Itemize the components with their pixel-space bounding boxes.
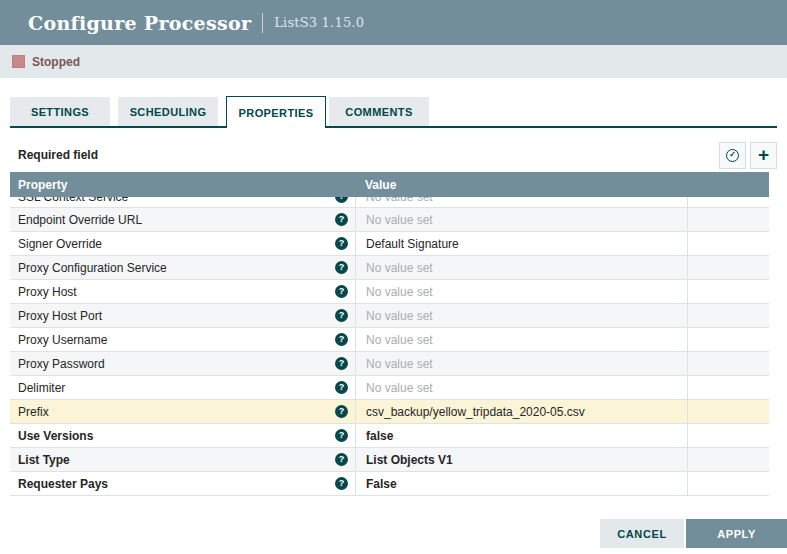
table-row[interactable]: SSL Context Service ? No value set [10,197,769,208]
column-header-actions [687,172,769,197]
status-label: Stopped [32,55,80,69]
property-name-cell: Requester Pays ? [10,472,355,495]
property-value: No value set [366,333,433,347]
property-name: Signer Override [18,237,335,251]
row-action-cell [687,232,769,255]
help-icon[interactable]: ? [335,381,348,394]
property-name-cell: List Type ? [10,448,355,471]
property-value-cell[interactable]: No value set [355,197,687,208]
column-header-property: Property [10,172,355,197]
property-value-cell[interactable]: Default Signature [355,232,687,255]
property-name: Endpoint Override URL [18,213,335,227]
configure-processor-dialog: Configure Processor ListS3 1.15.0 Stoppe… [0,0,787,554]
property-value: No value set [366,357,433,371]
property-name-cell: Use Versions ? [10,424,355,447]
table-row[interactable]: Prefix ? csv_backup/yellow_tripdata_2020… [10,400,769,424]
row-action-cell [687,197,769,208]
column-header-value: Value [355,172,687,197]
dialog-tabs: SETTINGS SCHEDULING PROPERTIES COMMENTS [10,97,777,128]
property-name: Delimiter [18,381,335,395]
help-icon[interactable]: ? [335,261,348,274]
help-icon[interactable]: ? [335,237,348,250]
title-separator [262,13,263,33]
table-row[interactable]: Signer Override ? Default Signature [10,232,769,256]
table-row[interactable]: Use Versions ? false [10,424,769,448]
property-name-cell: Delimiter ? [10,376,355,399]
property-value-cell[interactable]: No value set [355,376,687,399]
table-row[interactable]: Proxy Host ? No value set [10,280,769,304]
table-row[interactable]: Proxy Host Port ? No value set [10,304,769,328]
property-value-cell[interactable]: No value set [355,256,687,279]
add-property-button[interactable]: + [750,142,777,169]
property-value: csv_backup/yellow_tripdata_2020-05.csv [366,405,585,419]
table-row[interactable]: Requester Pays ? False [10,472,769,496]
property-value-cell[interactable]: No value set [355,328,687,351]
plus-icon: + [758,145,769,164]
property-value-cell[interactable]: No value set [355,352,687,375]
table-row[interactable]: List Type ? List Objects V1 [10,448,769,472]
help-icon[interactable]: ? [335,333,348,346]
property-name: Proxy Password [18,357,335,371]
property-name: Proxy Username [18,333,335,347]
property-value: No value set [366,309,433,323]
row-action-cell [687,328,769,351]
help-icon[interactable]: ? [335,357,348,370]
property-value-cell[interactable]: List Objects V1 [355,448,687,471]
cancel-button[interactable]: CANCEL [600,519,684,548]
row-action-cell [687,400,769,423]
property-name: Proxy Configuration Service [18,261,335,275]
property-name-cell: Endpoint Override URL ? [10,208,355,231]
help-icon[interactable]: ? [335,285,348,298]
help-icon[interactable]: ? [335,309,348,322]
row-action-cell [687,304,769,327]
dialog-title: Configure Processor [28,12,251,34]
properties-table: Property Value SSL Context Service ? No … [10,172,769,496]
property-value-cell[interactable]: No value set [355,304,687,327]
tab-properties[interactable]: PROPERTIES [226,96,326,128]
table-row[interactable]: Proxy Password ? No value set [10,352,769,376]
help-icon[interactable]: ? [335,453,348,466]
apply-button[interactable]: APPLY [686,519,787,548]
tab-settings[interactable]: SETTINGS [10,97,110,126]
property-name: List Type [18,453,335,467]
help-icon[interactable]: ? [335,405,348,418]
help-icon[interactable]: ? [335,197,348,203]
tab-comments[interactable]: COMMENTS [329,97,429,126]
row-action-cell [687,424,769,447]
property-value-cell[interactable]: false [355,424,687,447]
property-name-cell: Proxy Host ? [10,280,355,303]
property-value-cell[interactable]: No value set [355,280,687,303]
table-row[interactable]: Proxy Username ? No value set [10,328,769,352]
property-name-cell: Prefix ? [10,400,355,423]
property-name-cell: Proxy Username ? [10,328,355,351]
help-icon[interactable]: ? [335,213,348,226]
help-icon[interactable]: ? [335,429,348,442]
properties-toolbar: Required field ✓ + [10,140,777,170]
row-action-cell [687,472,769,495]
table-row[interactable]: Proxy Configuration Service ? No value s… [10,256,769,280]
property-value-cell[interactable]: No value set [355,208,687,231]
table-row[interactable]: Endpoint Override URL ? No value set [10,208,769,232]
property-value: No value set [366,261,433,275]
property-name-cell: Proxy Password ? [10,352,355,375]
properties-table-body: SSL Context Service ? No value set Endpo… [10,197,769,496]
stopped-icon [12,55,25,68]
property-value: No value set [366,285,433,299]
property-value: No value set [366,213,433,227]
row-action-cell [687,208,769,231]
property-name: Use Versions [18,429,335,443]
property-value: Default Signature [366,237,459,251]
property-value-cell[interactable]: False [355,472,687,495]
property-name: SSL Context Service [18,197,335,204]
help-icon[interactable]: ? [335,477,348,490]
row-action-cell [687,352,769,375]
tab-scheduling[interactable]: SCHEDULING [118,97,218,126]
property-name-cell: Signer Override ? [10,232,355,255]
verify-properties-button[interactable]: ✓ [719,142,746,169]
property-value-cell[interactable]: csv_backup/yellow_tripdata_2020-05.csv [355,400,687,423]
property-name: Prefix [18,405,335,419]
property-name-cell: SSL Context Service ? [10,197,355,208]
property-name-cell: Proxy Host Port ? [10,304,355,327]
table-row[interactable]: Delimiter ? No value set [10,376,769,400]
property-value: List Objects V1 [366,453,453,467]
